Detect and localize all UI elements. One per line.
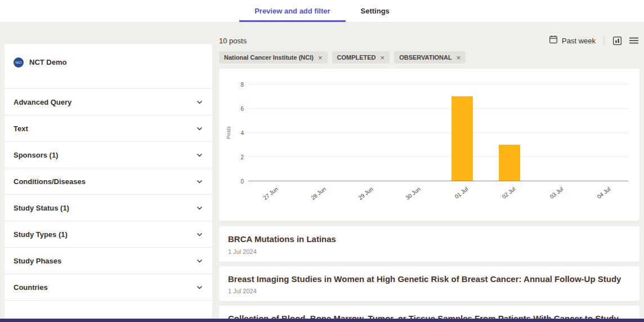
content-area: NCI NCT Demo Advanced QueryTextSponsors …	[0, 23, 644, 319]
sidebar-section-conditions-diseases[interactable]: Conditions/Diseases	[5, 168, 212, 195]
x-tick-label: 28 Jun	[310, 186, 327, 201]
post-date: 1 Jul 2024	[228, 248, 630, 255]
list-view-icon[interactable]	[628, 35, 639, 46]
workspace-header: NCI NCT Demo	[5, 44, 212, 89]
sidebar-section-advanced-query[interactable]: Advanced Query	[5, 89, 212, 115]
tab-settings[interactable]: Settings	[346, 0, 405, 22]
sidebar-section-label: Conditions/Diseases	[14, 177, 86, 186]
bar-01-jul[interactable]	[451, 96, 473, 181]
post-title: Collection of Blood, Bone Marrow, Tumor,…	[228, 313, 630, 319]
chart-view-icon[interactable]	[612, 35, 623, 46]
x-tick-label: 27 Jun	[262, 186, 279, 201]
post-card[interactable]: BRCA Mutations in Latinas1 Jul 2024	[219, 226, 639, 262]
post-card[interactable]: Breast Imaging Studies in Women at High …	[219, 266, 639, 302]
toolbar-divider	[603, 36, 604, 45]
top-tab-bar: Preview and add filter Settings	[0, 0, 644, 23]
sidebar-sections: Advanced QueryTextSponsors (1)Conditions…	[5, 89, 212, 301]
sidebar-section-label: Advanced Query	[14, 98, 71, 106]
date-range-button[interactable]: Past week	[549, 35, 596, 46]
workspace-logo-icon: NCI	[14, 57, 24, 68]
sidebar-section-label: Sponsors (1)	[14, 151, 58, 159]
sidebar-section-study-phases[interactable]: Study Phases	[5, 248, 212, 274]
chart-y-ticks: 02468	[232, 84, 248, 181]
x-tick-label: 04 Jul	[596, 186, 612, 200]
bar-02-jul[interactable]	[499, 145, 520, 181]
remove-filter-icon[interactable]: ×	[318, 54, 323, 61]
sidebar-section-label: Countries	[14, 283, 48, 292]
chevron-down-icon	[196, 257, 203, 265]
chart-y-axis-label: Posts	[225, 84, 232, 181]
posts-count: 10 posts	[219, 37, 247, 45]
date-range-label: Past week	[562, 37, 596, 45]
filter-sidebar: NCI NCT Demo Advanced QueryTextSponsors …	[5, 44, 212, 319]
gridline	[248, 132, 628, 133]
x-tick-label: 29 Jun	[357, 186, 374, 201]
post-date: 1 Jul 2024	[228, 288, 630, 294]
chevron-down-icon	[196, 151, 203, 159]
y-tick-label: 6	[240, 106, 244, 112]
remove-filter-icon[interactable]: ×	[457, 54, 461, 61]
chevron-down-icon	[196, 99, 203, 106]
y-tick-label: 4	[240, 130, 244, 136]
gridline	[248, 108, 628, 109]
chart-plot-area	[248, 84, 628, 181]
chevron-down-icon	[196, 125, 203, 132]
x-tick-label: 01 Jul	[454, 186, 469, 200]
filter-chip-label: COMPLETED	[337, 54, 376, 61]
gridline	[248, 84, 628, 84]
toolbar-controls: Past week	[549, 35, 639, 46]
post-card[interactable]: Collection of Blood, Bone Marrow, Tumor,…	[219, 306, 639, 319]
tab-label: Preview and add filter	[254, 7, 330, 15]
sidebar-section-label: Study Status (1)	[14, 204, 69, 212]
sidebar-section-study-status-1[interactable]: Study Status (1)	[5, 195, 212, 221]
chevron-down-icon	[196, 178, 203, 185]
sidebar-section-sponsors-1[interactable]: Sponsors (1)	[5, 142, 212, 168]
x-tick-label: 03 Jul	[548, 186, 564, 200]
chart-x-ticks: 27 Jun28 Jun29 Jun30 Jun01 Jul02 Jul03 J…	[248, 181, 628, 214]
x-tick-label: 30 Jun	[405, 186, 422, 201]
gridline	[248, 156, 628, 157]
post-title: Breast Imaging Studies in Women at High …	[228, 274, 630, 285]
bottom-strip	[0, 319, 644, 322]
filter-chip-national-cancer-institute-nci: National Cancer Institute (NCI)×	[219, 51, 328, 64]
filter-chip-label: National Cancer Institute (NCI)	[224, 54, 314, 61]
y-tick-label: 2	[240, 154, 244, 160]
post-title: BRCA Mutations in Latinas	[228, 234, 630, 245]
y-tick-label: 8	[240, 82, 244, 88]
active-filter-chips: National Cancer Institute (NCI)×COMPLETE…	[219, 51, 639, 64]
x-tick-label: 02 Jul	[501, 186, 517, 200]
main-panel: 10 posts Past week	[219, 35, 639, 319]
y-tick-label: 0	[240, 178, 244, 185]
posts-chart-card: Posts 02468 27 Jun28 Jun29 Jun30 Jun01 J…	[219, 69, 639, 221]
sidebar-section-label: Text	[14, 124, 28, 133]
results-toolbar: 10 posts Past week	[219, 35, 639, 46]
sidebar-section-study-types-1[interactable]: Study Types (1)	[5, 221, 212, 248]
posts-bar-chart: Posts 02468 27 Jun28 Jun29 Jun30 Jun01 J…	[225, 84, 628, 214]
calendar-icon	[549, 35, 558, 46]
filter-chip-observational: OBSERVATIONAL×	[394, 51, 466, 64]
post-list: BRCA Mutations in Latinas1 Jul 2024Breas…	[219, 226, 639, 319]
tab-preview-and-add-filter[interactable]: Preview and add filter	[239, 0, 345, 22]
remove-filter-icon[interactable]: ×	[381, 54, 385, 61]
filter-chip-label: OBSERVATIONAL	[399, 54, 452, 61]
sidebar-section-text[interactable]: Text	[5, 115, 212, 142]
filter-chip-completed: COMPLETED×	[332, 51, 390, 64]
chevron-down-icon	[196, 231, 203, 238]
chevron-down-icon	[196, 284, 203, 291]
app-root: Preview and add filter Settings NCI NCT …	[0, 0, 644, 322]
tab-label: Settings	[361, 7, 390, 15]
workspace-name: NCT Demo	[29, 58, 66, 66]
sidebar-section-label: Study Phases	[14, 257, 61, 265]
sidebar-section-label: Study Types (1)	[14, 230, 68, 239]
chevron-down-icon	[196, 204, 203, 212]
sidebar-section-countries[interactable]: Countries	[5, 274, 212, 301]
